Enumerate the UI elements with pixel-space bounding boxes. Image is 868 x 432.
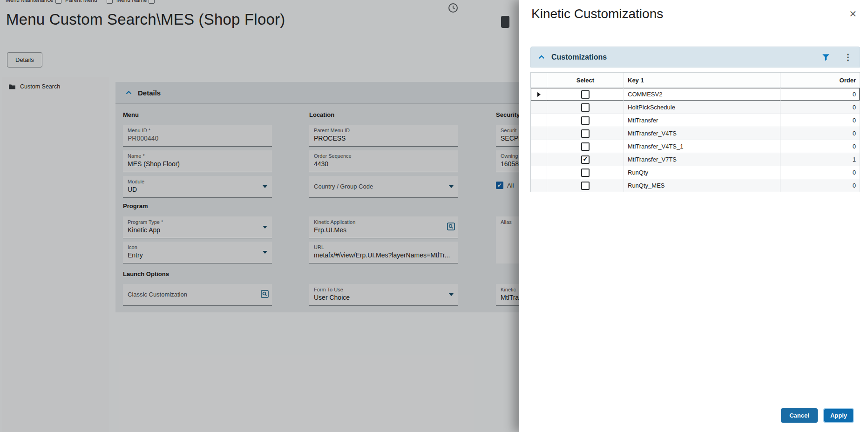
row-selector-cell[interactable] (531, 127, 547, 140)
key1-cell[interactable]: HoltPickSchedule (624, 101, 780, 114)
row-select-checkbox[interactable] (581, 90, 590, 99)
row-selector-cell[interactable] (531, 88, 547, 101)
key1-cell[interactable]: MtlTransfer_V7TS (624, 153, 780, 166)
order-cell[interactable]: 0 (780, 101, 860, 114)
select-cell (547, 166, 624, 179)
key1-cell[interactable]: MtlTransfer_V4TS_1 (624, 140, 780, 153)
order-cell[interactable]: 0 (780, 179, 860, 192)
table-row[interactable]: RunQty_MES0 (531, 179, 860, 192)
customizations-card-title: Customizations (551, 53, 607, 61)
row-selector-header-cell (531, 73, 547, 88)
table-row[interactable]: MtlTransfer_V4TS0 (531, 127, 860, 140)
row-selector-cell[interactable] (531, 140, 547, 153)
row-select-checkbox[interactable] (581, 103, 590, 112)
order-cell[interactable]: 0 (780, 166, 860, 179)
key1-cell[interactable]: COMMESV2 (624, 88, 780, 101)
table-row[interactable]: MtlTransfer_V7TS1 (531, 153, 860, 166)
row-select-checkbox[interactable] (581, 116, 590, 125)
order-cell[interactable]: 0 (780, 140, 860, 153)
kinetic-customizations-panel: Kinetic Customizations ✕ Customizations … (519, 0, 868, 432)
row-select-checkbox[interactable] (581, 129, 590, 138)
table-row[interactable]: MtlTransfer0 (531, 114, 860, 127)
row-selector-cell[interactable] (531, 153, 547, 166)
modal-title: Kinetic Customizations (519, 0, 868, 21)
column-header-select[interactable]: Select (547, 73, 624, 88)
column-header-key1[interactable]: Key 1 (624, 73, 780, 88)
overflow-menu-icon[interactable]: ⋮ (844, 52, 852, 62)
select-cell (547, 101, 624, 114)
select-cell (547, 140, 624, 153)
select-cell (547, 179, 624, 192)
select-cell (547, 153, 624, 166)
key1-cell[interactable]: RunQty_MES (624, 179, 780, 192)
customizations-card-header[interactable]: Customizations ⋮ (530, 47, 860, 68)
cancel-button[interactable]: Cancel (781, 408, 818, 423)
current-row-arrow-icon (537, 92, 541, 97)
order-cell[interactable]: 1 (780, 153, 860, 166)
key1-cell[interactable]: RunQty (624, 166, 780, 179)
app-root: Menu Maintenance Parent Menu Menu Name M… (0, 0, 868, 432)
modal-footer: Cancel Apply (519, 398, 868, 432)
row-selector-cell[interactable] (531, 101, 547, 114)
column-header-order[interactable]: Order (780, 73, 860, 88)
key1-cell[interactable]: MtlTransfer_V4TS (624, 127, 780, 140)
row-select-checkbox[interactable] (581, 182, 590, 190)
customizations-grid-body: COMMESV20HoltPickSchedule0MtlTransfer0Mt… (531, 88, 860, 192)
customizations-grid: Select Key 1 Order COMMESV20HoltPickSche… (530, 72, 860, 192)
select-cell (547, 127, 624, 140)
apply-button[interactable]: Apply (823, 408, 854, 423)
collapse-chevron-up-icon[interactable] (538, 55, 545, 59)
table-row[interactable]: COMMESV20 (531, 88, 860, 101)
row-selector-cell[interactable] (531, 179, 547, 192)
select-cell (547, 88, 624, 101)
grid-header-row: Select Key 1 Order (531, 73, 860, 88)
table-row[interactable]: MtlTransfer_V4TS_10 (531, 140, 860, 153)
table-row[interactable]: HoltPickSchedule0 (531, 101, 860, 114)
table-row[interactable]: RunQty0 (531, 166, 860, 179)
close-icon[interactable]: ✕ (849, 9, 857, 19)
order-cell[interactable]: 0 (780, 114, 860, 127)
row-select-checkbox[interactable] (581, 169, 590, 177)
row-select-checkbox[interactable] (581, 142, 590, 151)
row-selector-cell[interactable] (531, 166, 547, 179)
select-cell (547, 114, 624, 127)
row-selector-cell[interactable] (531, 114, 547, 127)
order-cell[interactable]: 0 (780, 127, 860, 140)
customizations-card: Customizations ⋮ Select Key 1 Order COMM… (530, 47, 860, 192)
filter-icon[interactable] (822, 54, 830, 61)
row-select-checkbox[interactable] (581, 155, 590, 164)
key1-cell[interactable]: MtlTransfer (624, 114, 780, 127)
order-cell[interactable]: 0 (780, 88, 860, 101)
modal-header: Kinetic Customizations ✕ (519, 0, 868, 21)
